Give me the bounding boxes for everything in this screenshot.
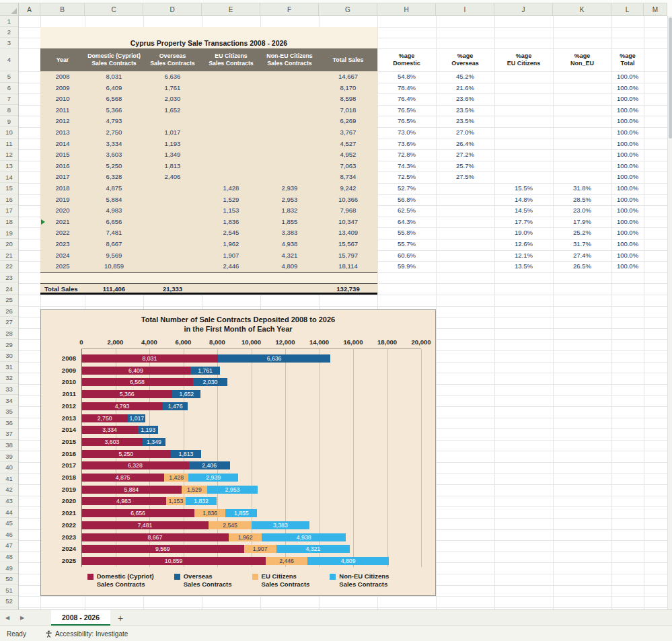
- cell-2012-col2[interactable]: [143, 116, 202, 127]
- cell-2018-col3[interactable]: 1,428: [202, 183, 260, 194]
- column-header-A[interactable]: A: [19, 3, 40, 15]
- row-header-50[interactable]: 50: [0, 574, 18, 585]
- cell-2015-col3[interactable]: [202, 149, 260, 161]
- column-header-J[interactable]: J: [494, 3, 553, 15]
- column-header-B[interactable]: B: [40, 3, 85, 15]
- column-header-M[interactable]: M: [644, 3, 667, 15]
- cell-2011-col3[interactable]: [202, 105, 260, 116]
- row-header-47[interactable]: 47: [0, 540, 18, 552]
- pct-cell[interactable]: 55.8%: [377, 227, 436, 239]
- pct-cell[interactable]: 64.3%: [377, 217, 436, 228]
- pct-cell[interactable]: 23.0%: [553, 205, 611, 217]
- cell-2009-col4[interactable]: [260, 83, 319, 94]
- cell-2018-col2[interactable]: [143, 183, 202, 194]
- cell-2021-col5[interactable]: 10,347: [319, 217, 377, 228]
- column-header-I[interactable]: I: [436, 3, 494, 15]
- row-header-10[interactable]: 10: [0, 127, 18, 139]
- row-header-21[interactable]: 21: [0, 250, 18, 262]
- vertical-scrollbar[interactable]: [667, 16, 672, 609]
- cell-2022-col3[interactable]: 2,545: [202, 227, 260, 239]
- row-header-40[interactable]: 40: [0, 462, 18, 474]
- column-header-G[interactable]: G: [319, 3, 377, 15]
- row-header-19[interactable]: 19: [0, 227, 18, 239]
- cell-2016-col0[interactable]: 2016: [40, 161, 85, 172]
- cell-2012-col4[interactable]: [260, 116, 319, 127]
- cell-2019-col0[interactable]: 2019: [40, 194, 85, 206]
- row-header-49[interactable]: 49: [0, 562, 18, 574]
- row-header-29[interactable]: 29: [0, 339, 18, 350]
- row-header-18[interactable]: 18: [0, 217, 18, 228]
- cell-2009-col1[interactable]: 6,409: [85, 83, 143, 94]
- pct-cell[interactable]: 100.0%: [611, 149, 644, 161]
- cell-2023-col3[interactable]: 1,962: [202, 239, 260, 250]
- row-header-11[interactable]: 11: [0, 139, 18, 150]
- pct-cell[interactable]: 31.8%: [553, 183, 611, 194]
- cell-2014-col2[interactable]: 1,193: [143, 139, 202, 150]
- cell-2023-col2[interactable]: [143, 239, 202, 250]
- cell-2008-col3[interactable]: [202, 71, 260, 83]
- row-header-45[interactable]: 45: [0, 518, 18, 529]
- cell-2012-col1[interactable]: 4,793: [85, 116, 143, 127]
- row-header-3[interactable]: 3: [0, 38, 18, 48]
- row-header-48[interactable]: 48: [0, 552, 18, 563]
- scrollbar-thumb[interactable]: [669, 17, 672, 139]
- row-header-22[interactable]: 22: [0, 261, 18, 272]
- pct-cell[interactable]: 25.7%: [436, 161, 494, 172]
- cell-2023-col4[interactable]: 4,938: [260, 239, 319, 250]
- cell-2013-col3[interactable]: [202, 127, 260, 139]
- column-header-C[interactable]: C: [85, 3, 143, 15]
- row-header-8[interactable]: 8: [0, 105, 18, 116]
- pct-cell[interactable]: 100.0%: [611, 71, 644, 83]
- row-header-35[interactable]: 35: [0, 406, 18, 418]
- cell-2019-col4[interactable]: 2,953: [260, 194, 319, 206]
- pct-cell[interactable]: 17.9%: [553, 217, 611, 228]
- row-header-33[interactable]: 33: [0, 384, 18, 395]
- pct-cell[interactable]: 23.5%: [436, 116, 494, 127]
- column-header-L[interactable]: L: [611, 3, 644, 15]
- pct-cell[interactable]: 100.0%: [611, 227, 644, 239]
- row-header-44[interactable]: 44: [0, 506, 18, 518]
- pct-cell[interactable]: 19.0%: [494, 227, 553, 239]
- cell-2011-col1[interactable]: 5,366: [85, 105, 143, 116]
- total-cell-1[interactable]: 111,406: [85, 284, 143, 295]
- cell-2018-col1[interactable]: 4,875: [85, 183, 143, 194]
- pct-cell[interactable]: 100.0%: [611, 261, 644, 272]
- cell-2017-col2[interactable]: 2,406: [143, 172, 202, 183]
- cell-2023-col5[interactable]: 15,567: [319, 239, 377, 250]
- row-header-17[interactable]: 17: [0, 205, 18, 217]
- cell-2013-col2[interactable]: 1,017: [143, 127, 202, 139]
- pct-cell[interactable]: 100.0%: [611, 172, 644, 183]
- cell-2009-col2[interactable]: 1,761: [143, 83, 202, 94]
- cell-2016-col1[interactable]: 5,250: [85, 161, 143, 172]
- cell-2022-col5[interactable]: 13,409: [319, 227, 377, 239]
- cell-2011-col0[interactable]: 2011: [40, 105, 85, 116]
- bar-chart[interactable]: Total Number of Sale Contracts Deposited…: [40, 309, 436, 596]
- pct-cell[interactable]: 76.5%: [377, 105, 436, 116]
- cell-2014-col3[interactable]: [202, 139, 260, 150]
- cell-2021-col2[interactable]: [143, 217, 202, 228]
- cell-2010-col5[interactable]: 8,598: [319, 93, 377, 105]
- pct-cell[interactable]: 100.0%: [611, 217, 644, 228]
- cell-2011-col4[interactable]: [260, 105, 319, 116]
- row-header-15[interactable]: 15: [0, 183, 18, 194]
- cell-2019-col1[interactable]: 5,884: [85, 194, 143, 206]
- cell-2013-col0[interactable]: 2013: [40, 127, 85, 139]
- cell-2024-col3[interactable]: 1,907: [202, 250, 260, 262]
- row-header-46[interactable]: 46: [0, 529, 18, 541]
- row-header-1[interactable]: 1: [0, 16, 18, 27]
- pct-cell[interactable]: 100.0%: [611, 205, 644, 217]
- pct-cell[interactable]: 78.4%: [377, 83, 436, 94]
- row-header-13[interactable]: 13: [0, 161, 18, 172]
- row-header-5[interactable]: 5: [0, 71, 18, 83]
- pct-cell[interactable]: 100.0%: [611, 127, 644, 139]
- cell-2018-col5[interactable]: 9,242: [319, 183, 377, 194]
- row-header-37[interactable]: 37: [0, 428, 18, 440]
- row-header-36[interactable]: 36: [0, 418, 18, 429]
- cell-2022-col1[interactable]: 7,481: [85, 227, 143, 239]
- pct-cell[interactable]: 23.6%: [436, 93, 494, 105]
- pct-cell[interactable]: 73.6%: [377, 139, 436, 150]
- cell-2012-col5[interactable]: 6,269: [319, 116, 377, 127]
- pct-cell[interactable]: 72.5%: [377, 172, 436, 183]
- pct-cell[interactable]: 26.5%: [553, 261, 611, 272]
- cell-2024-col2[interactable]: [143, 250, 202, 262]
